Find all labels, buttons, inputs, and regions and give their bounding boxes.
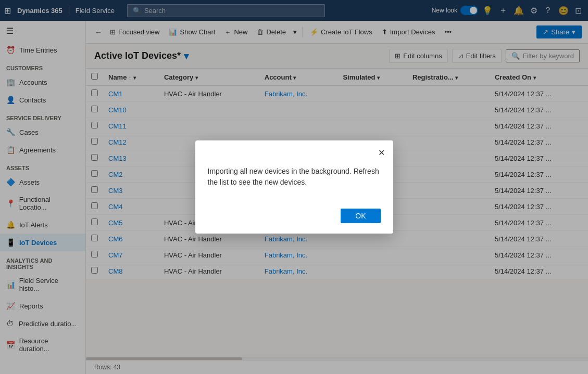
modal-ok-label: OK bbox=[355, 212, 366, 220]
modal-header: ✕ bbox=[195, 140, 393, 160]
modal-overlay: ✕ Importing all new devices in the backg… bbox=[0, 0, 588, 374]
modal-close-button[interactable]: ✕ bbox=[376, 146, 387, 160]
modal-body: Importing all new devices in the backgro… bbox=[195, 160, 393, 202]
modal-message: Importing all new devices in the backgro… bbox=[208, 167, 379, 186]
modal: ✕ Importing all new devices in the backg… bbox=[195, 140, 393, 234]
modal-ok-button[interactable]: OK bbox=[341, 209, 380, 223]
modal-footer: OK bbox=[195, 202, 393, 234]
